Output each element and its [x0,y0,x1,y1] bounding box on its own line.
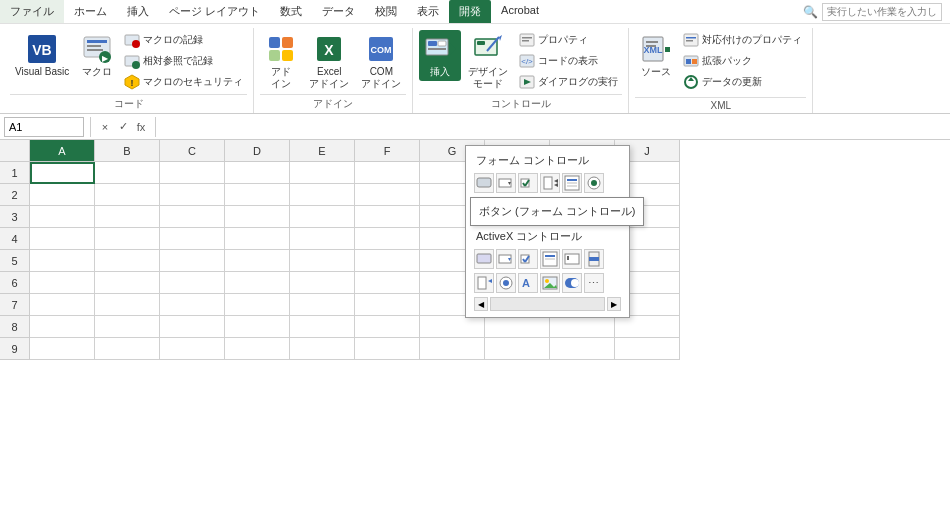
cell-E2[interactable] [290,184,355,206]
cell-B2[interactable] [95,184,160,206]
cell-D7[interactable] [225,294,290,316]
source-button[interactable]: XML ソース [635,30,677,81]
activex-image-icon[interactable] [540,273,560,293]
macro-button[interactable]: ▶ マクロ [76,30,118,81]
form-checkbox-icon[interactable] [518,173,538,193]
tab-formula[interactable]: 数式 [270,0,312,23]
cell-F4[interactable] [355,228,420,250]
cell-E8[interactable] [290,316,355,338]
insert-control-button[interactable]: 挿入 [419,30,461,81]
scroll-left-button[interactable]: ◀ [474,297,488,311]
cell-D8[interactable] [225,316,290,338]
excel-addin-button[interactable]: X Excelアドイン [304,30,354,93]
cell-A4[interactable] [30,228,95,250]
col-header-F[interactable]: F [355,140,420,162]
tab-data[interactable]: データ [312,0,365,23]
cell-B9[interactable] [95,338,160,360]
formula-input[interactable] [162,120,946,134]
cell-C2[interactable] [160,184,225,206]
activex-check-icon[interactable] [518,249,538,269]
activex-combo-icon[interactable] [496,249,516,269]
confirm-button[interactable]: ✓ [115,119,131,135]
macro-security-button[interactable]: ! マクロのセキュリティ [120,72,247,92]
tab-review[interactable]: 校閲 [365,0,407,23]
cell-B4[interactable] [95,228,160,250]
cell-A2[interactable] [30,184,95,206]
activex-spinner-icon[interactable] [474,273,494,293]
cell-F6[interactable] [355,272,420,294]
cell-D4[interactable] [225,228,290,250]
form-spinner-icon[interactable] [540,173,560,193]
form-radio-icon[interactable] [584,173,604,193]
cell-J9[interactable] [615,338,680,360]
cell-B3[interactable] [95,206,160,228]
activex-label-icon[interactable]: A [518,273,538,293]
cell-A9[interactable] [30,338,95,360]
cell-F7[interactable] [355,294,420,316]
col-header-B[interactable]: B [95,140,160,162]
cell-J8[interactable] [615,316,680,338]
function-button[interactable]: fx [133,119,149,135]
cell-C8[interactable] [160,316,225,338]
cell-I9[interactable] [550,338,615,360]
cell-B6[interactable] [95,272,160,294]
scroll-track[interactable] [490,297,605,311]
cell-F5[interactable] [355,250,420,272]
cell-C6[interactable] [160,272,225,294]
tab-insert[interactable]: 挿入 [117,0,159,23]
cell-A3[interactable] [30,206,95,228]
cell-G9[interactable] [420,338,485,360]
activex-radio-icon[interactable] [496,273,516,293]
search-input[interactable] [822,3,942,21]
tab-page-layout[interactable]: ページ レイアウト [159,0,270,23]
cell-E7[interactable] [290,294,355,316]
tab-acrobat[interactable]: Acrobat [491,0,549,23]
cell-C1[interactable] [160,162,225,184]
view-code-button[interactable]: </> コードの表示 [515,51,622,71]
col-header-C[interactable]: C [160,140,225,162]
cell-D9[interactable] [225,338,290,360]
cell-D5[interactable] [225,250,290,272]
cell-C7[interactable] [160,294,225,316]
cell-B5[interactable] [95,250,160,272]
activex-scroll-icon[interactable] [584,249,604,269]
cell-E1[interactable] [290,162,355,184]
tab-home[interactable]: ホーム [64,0,117,23]
addin-button[interactable]: アドイン [260,30,302,93]
cell-A5[interactable] [30,250,95,272]
cell-C4[interactable] [160,228,225,250]
activex-toggle-icon[interactable] [562,273,582,293]
activex-more-icon[interactable]: ⋯ [584,273,604,293]
name-box[interactable] [4,117,84,137]
cell-E3[interactable] [290,206,355,228]
form-combobox-icon[interactable] [496,173,516,193]
cell-D6[interactable] [225,272,290,294]
cell-C3[interactable] [160,206,225,228]
col-header-A[interactable]: A [30,140,95,162]
cell-F1[interactable] [355,162,420,184]
map-properties-button[interactable]: 対応付けのプロパティ [679,30,806,50]
cell-G8[interactable] [420,316,485,338]
tab-view[interactable]: 表示 [407,0,449,23]
properties-button[interactable]: プロパティ [515,30,622,50]
cancel-button[interactable]: × [97,119,113,135]
cell-E6[interactable] [290,272,355,294]
scroll-right-button[interactable]: ▶ [607,297,621,311]
cell-C5[interactable] [160,250,225,272]
cell-A1[interactable] [30,162,95,184]
cell-A6[interactable] [30,272,95,294]
expand-pack-button[interactable]: 拡張パック [679,51,806,71]
relative-ref-button[interactable]: 相対参照で記録 [120,51,247,71]
tab-file[interactable]: ファイル [0,0,64,23]
com-addin-button[interactable]: COM COMアドイン [356,30,406,93]
cell-D3[interactable] [225,206,290,228]
tab-developer[interactable]: 開発 [449,0,491,23]
visual-basic-button[interactable]: VB Visual Basic [10,30,74,81]
activex-btn-icon[interactable] [474,249,494,269]
cell-B1[interactable] [95,162,160,184]
activex-listbox-icon[interactable] [540,249,560,269]
cell-E5[interactable] [290,250,355,272]
cell-D1[interactable] [225,162,290,184]
cell-B8[interactable] [95,316,160,338]
cell-C9[interactable] [160,338,225,360]
